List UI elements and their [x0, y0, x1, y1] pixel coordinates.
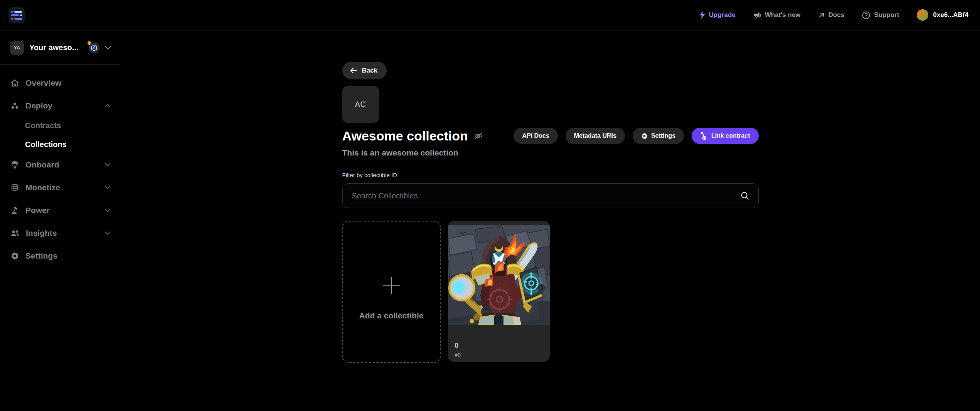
main-content: Back AC Awesome collection API Docs Meta… [121, 31, 980, 411]
collectible-token-id: #0 [455, 352, 543, 358]
upgrade-label: Upgrade [709, 11, 736, 19]
sidebar-item-label: Contracts [25, 121, 61, 130]
app-logo-icon[interactable] [8, 7, 25, 23]
support-button[interactable]: Support [862, 11, 899, 19]
sidebar-item-overview[interactable]: Overview [11, 75, 111, 91]
add-collectible-label: Add a collectible [359, 311, 424, 320]
team-name: Your aweso... [29, 43, 83, 52]
megaphone-icon [753, 11, 761, 19]
hexagons-icon [11, 102, 19, 110]
metadata-uris-button[interactable]: Metadata URIs [566, 128, 625, 144]
sidebar: YA Your aweso... Overview Deploy Contrac… [0, 31, 120, 411]
eye-slash-icon [474, 132, 483, 140]
collectible-card[interactable]: 0 #0 [448, 221, 550, 362]
sidebar-item-monetize[interactable]: Monetize [11, 179, 111, 196]
collectible-name: 0 [455, 342, 543, 349]
api-docs-label: API Docs [522, 132, 549, 139]
deploy-sub-list: Contracts Collections [11, 119, 111, 151]
gear-icon [11, 252, 19, 260]
search-field-wrap [342, 183, 759, 208]
help-circle-icon [862, 11, 870, 19]
collectibles-grid: Add a collectible [342, 221, 759, 363]
collection-description: This is an awesome collection [342, 148, 759, 157]
sidebar-item-label: Deploy [25, 101, 98, 110]
home-icon [11, 79, 19, 87]
wallet-address: 0xe6...ABf4 [933, 11, 968, 19]
whats-new-label: What's new [765, 11, 801, 19]
back-button[interactable]: Back [342, 62, 387, 79]
sidebar-item-power[interactable]: Power [11, 202, 111, 218]
sidebar-nav: Overview Deploy Contracts Collections On… [0, 65, 120, 264]
team-selector[interactable]: YA Your aweso... [0, 31, 120, 65]
sidebar-item-deploy[interactable]: Deploy [11, 98, 111, 114]
docs-label: Docs [828, 11, 845, 19]
back-label: Back [362, 67, 378, 74]
collectible-image [448, 225, 550, 325]
chevron-down-icon [104, 163, 111, 167]
parachute-icon [11, 161, 19, 169]
link-contract-label: Link contract [711, 132, 750, 139]
settings-button[interactable]: Settings [633, 128, 684, 144]
search-icon [740, 191, 749, 200]
collection-actions: API Docs Metadata URIs Settings Link con… [514, 128, 758, 144]
filter-label: Filter by collectible ID [342, 172, 759, 178]
sidebar-item-label: Monetize [25, 183, 98, 192]
page-title: Awesome collection [342, 129, 468, 144]
link-contract-button[interactable]: Link contract [692, 128, 758, 144]
sidebar-item-settings[interactable]: Settings [11, 248, 111, 264]
sidebar-item-label: Collections [25, 140, 67, 149]
chevron-down-icon [104, 231, 111, 235]
settings-label: Settings [651, 132, 675, 139]
upgrade-button[interactable]: Upgrade [699, 11, 736, 19]
docs-link[interactable]: Docs [818, 11, 845, 19]
link-plus-icon [700, 132, 708, 140]
people-icon [11, 229, 19, 237]
chevron-up-icon [104, 104, 111, 108]
plus-icon [383, 277, 400, 294]
team-avatar: YA [10, 41, 24, 55]
wallet-avatar [917, 9, 928, 21]
sidebar-item-label: Onboard [25, 160, 98, 169]
support-label: Support [874, 11, 899, 19]
search-input[interactable] [342, 183, 759, 208]
metadata-uris-label: Metadata URIs [574, 132, 616, 139]
sidebar-item-contracts[interactable]: Contracts [11, 119, 111, 132]
coins-icon [11, 184, 19, 192]
network-badge-icon [89, 42, 99, 53]
collectible-meta: 0 #0 [448, 325, 550, 358]
gear-icon [641, 133, 648, 139]
chevron-down-icon [104, 208, 111, 212]
sidebar-item-label: Overview [25, 78, 111, 88]
sidebar-item-collections[interactable]: Collections [11, 138, 111, 151]
top-navbar: Upgrade What's new Docs Support 0xe6...A… [0, 0, 980, 30]
lightning-icon [699, 11, 705, 19]
gavel-icon [11, 206, 19, 215]
chevron-down-icon [104, 186, 111, 189]
collection-header: Awesome collection API Docs Metadata URI… [342, 128, 759, 144]
sidebar-item-label: Settings [25, 251, 111, 260]
wallet-menu[interactable]: 0xe6...ABf4 [917, 9, 968, 21]
add-collectible-button[interactable]: Add a collectible [342, 221, 441, 363]
whats-new-button[interactable]: What's new [753, 11, 801, 19]
sidebar-item-label: Power [25, 206, 98, 215]
arrow-up-right-icon [818, 12, 825, 18]
arrow-left-icon [350, 68, 357, 73]
sidebar-item-onboard[interactable]: Onboard [11, 157, 111, 173]
api-docs-button[interactable]: API Docs [514, 128, 557, 144]
chevron-down-icon [105, 46, 111, 50]
sidebar-item-label: Insights [26, 228, 98, 238]
collection-avatar: AC [342, 86, 379, 123]
sidebar-item-insights[interactable]: Insights [11, 225, 111, 241]
